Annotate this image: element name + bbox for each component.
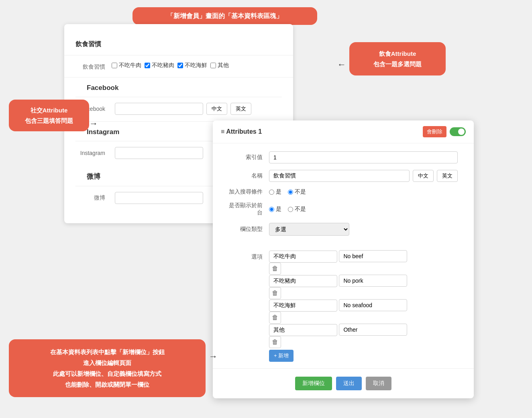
search-control: 是 不是 [269,188,458,196]
option-row-3: 🗑 [269,324,458,348]
diet-label: 飲食習慣 [75,62,112,71]
search-no-label[interactable]: 不是 [288,188,306,196]
name-label: 名稱 [229,172,269,179]
social-attr-line2: 包含三題填答問題 [15,116,83,126]
attr-body: 索引值 名稱 中文 英文 加入搜尋條件 是 [213,143,474,250]
checkbox-other[interactable]: 其他 [210,62,229,69]
instagram-input[interactable] [115,147,203,159]
diet-arrow: ← [337,59,346,70]
top-callout: 「新增會員」畫面的「基本資料表區塊」 [132,7,317,25]
diet-checkboxes: 不吃牛肉 不吃豬肉 不吃海鮮 其他 [112,62,229,69]
submit-btn[interactable]: 送出 [336,377,362,390]
social-attr-line1: 社交Attribute [15,105,83,116]
bottom-callout: 在基本資料表列表中點擊「新增欄位」按鈕 進入欄位編輯頁面 此處可以新增欄位、自定… [9,339,206,397]
bottom-arrow: → [209,351,218,362]
bottom-callout-line3: 此處可以新增欄位、自定義欄位填寫方式 [18,368,196,379]
facebook-row: Facebook 中文 英文 [75,103,282,122]
type-label: 欄位類型 [229,226,269,233]
options-label: 選項 [229,253,269,261]
diet-section: 飲食習慣 [64,34,293,55]
header-actions: 會刪除 [423,126,466,137]
display-row: 是否顯示於前台 是 不是 [229,202,458,216]
index-row: 索引值 [229,151,458,163]
name-row: 名稱 中文 英文 [229,170,458,182]
index-label: 索引值 [229,154,269,161]
facebook-input[interactable] [115,103,203,115]
diet-section-title: 飲食習慣 [75,40,282,49]
checkbox-no-beef-input[interactable] [112,63,117,68]
name-zh-btn[interactable]: 中文 [413,170,434,182]
toggle-switch[interactable] [450,127,466,136]
display-control: 是 不是 [269,206,458,213]
checkbox-no-pork-input[interactable] [145,63,150,68]
weibo-label: 微博 [75,194,112,202]
name-input[interactable] [269,170,410,182]
checkbox-no-seafood-input[interactable] [177,63,183,68]
add-option-btn[interactable]: + 新增 [269,350,294,362]
opt-zh-1[interactable] [269,275,337,287]
weibo-input[interactable] [115,192,203,204]
search-yes-label[interactable]: 是 [269,188,281,196]
option-row-1: 🗑 [269,275,458,299]
diet-attr-line2: 包含一題多選問題 [358,59,437,69]
opt-en-0[interactable] [339,250,407,262]
type-row: 欄位類型 多選 單選 文字 [229,223,458,236]
name-control: 中文 英文 [269,170,458,182]
type-select[interactable]: 多選 單選 文字 [269,223,349,236]
facebook-section-title: Facebook [75,84,282,97]
facebook-en-btn[interactable]: 英文 [230,103,251,115]
checkbox-other-input[interactable] [210,63,216,68]
opt-delete-3[interactable]: 🗑 [269,336,281,348]
display-yes-radio[interactable] [269,207,274,212]
opt-delete-0[interactable]: 🗑 [269,263,281,275]
bottom-callout-line1: 在基本資料表列表中點擊「新增欄位」按鈕 [18,347,196,357]
attr-title: ≡ Attributes 1 [221,128,262,135]
name-en-btn[interactable]: 英文 [437,170,458,182]
bottom-callout-line4: 也能刪除、開啟或關閉單一欄位 [18,379,196,390]
instagram-label: Instagram [75,150,112,156]
opt-zh-0[interactable] [269,251,337,263]
checkbox-no-seafood[interactable]: 不吃海鮮 [177,62,207,69]
opt-en-1[interactable] [339,275,407,287]
diet-attr-callout: 飲食Attribute 包含一題多選問題 [349,42,446,75]
opt-en-2[interactable] [339,299,407,311]
options-section: 選項 🗑 🗑 🗑 [213,250,474,362]
opt-zh-3[interactable] [269,324,337,336]
options-row-container: 選項 🗑 🗑 🗑 [229,250,458,362]
bottom-callout-line2: 進入欄位編輯頁面 [18,357,196,368]
display-yes-label[interactable]: 是 [269,206,281,213]
opt-zh-2[interactable] [269,300,337,312]
index-control [269,151,458,163]
options-table-wrapper: 🗑 🗑 🗑 🗑 + 新增 [269,250,458,362]
search-no-radio[interactable] [288,190,293,195]
display-label: 是否顯示於前台 [229,202,269,216]
search-yes-radio[interactable] [269,190,274,195]
opt-delete-1[interactable]: 🗑 [269,287,281,299]
option-row-0: 🗑 [269,250,458,275]
display-no-label[interactable]: 不是 [288,206,306,213]
cancel-btn[interactable]: 取消 [366,377,391,390]
social-attr-callout: 社交Attribute 包含三題填答問題 [9,100,89,131]
delete-button[interactable]: 會刪除 [423,126,446,137]
facebook-zh-btn[interactable]: 中文 [206,103,227,115]
search-label: 加入搜尋條件 [229,188,269,196]
checkbox-no-beef[interactable]: 不吃牛肉 [112,62,141,69]
diet-attr-line1: 飲食Attribute [358,49,437,59]
checkbox-no-pork[interactable]: 不吃豬肉 [145,62,174,69]
attr-footer: 新增欄位 送出 取消 [213,368,474,390]
facebook-section: Facebook Facebook 中文 英文 [64,77,293,122]
diet-row: 飲食習慣 不吃牛肉 不吃豬肉 不吃海鮮 其他 [64,55,293,77]
search-row: 加入搜尋條件 是 不是 [229,188,458,196]
attr-header: ≡ Attributes 1 會刪除 [213,120,474,143]
display-no-radio[interactable] [288,207,293,212]
attr-panel: ≡ Attributes 1 會刪除 索引值 名稱 中文 英文 加入搜尋條件 [213,120,474,398]
option-row-2: 🗑 [269,299,458,324]
opt-en-3[interactable] [339,324,407,336]
type-control: 多選 單選 文字 [269,223,458,236]
opt-delete-2[interactable]: 🗑 [269,312,281,324]
social-arrow: → [89,118,98,129]
index-input[interactable] [269,151,458,163]
add-field-btn[interactable]: 新增欄位 [295,377,332,390]
